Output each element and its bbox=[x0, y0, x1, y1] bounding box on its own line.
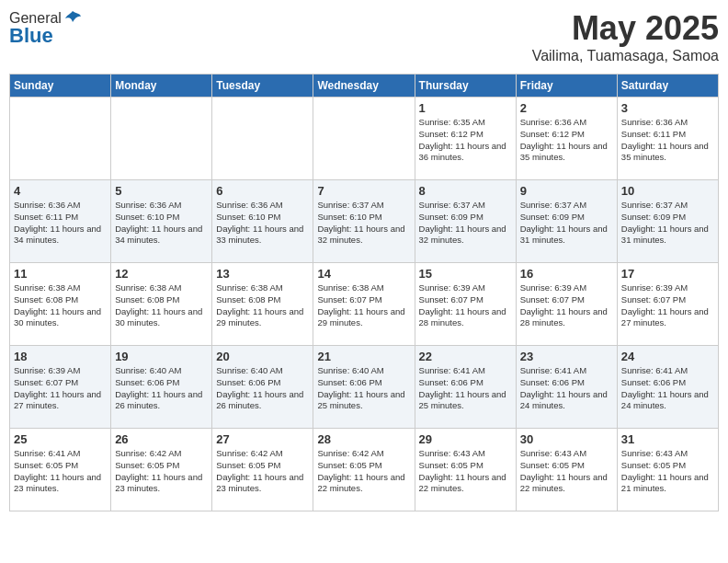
day-number: 12 bbox=[115, 267, 208, 281]
day-info: Sunrise: 6:41 AM Sunset: 6:06 PM Dayligh… bbox=[520, 365, 613, 412]
calendar-cell: 28Sunrise: 6:42 AM Sunset: 6:05 PM Dayli… bbox=[313, 429, 415, 511]
weekday-header-tuesday: Tuesday bbox=[212, 75, 313, 98]
calendar-cell: 9Sunrise: 6:37 AM Sunset: 6:09 PM Daylig… bbox=[516, 180, 617, 263]
weekday-header-wednesday: Wednesday bbox=[313, 75, 415, 98]
day-info: Sunrise: 6:42 AM Sunset: 6:05 PM Dayligh… bbox=[115, 448, 208, 495]
day-info: Sunrise: 6:40 AM Sunset: 6:06 PM Dayligh… bbox=[317, 365, 410, 412]
calendar-cell: 12Sunrise: 6:38 AM Sunset: 6:08 PM Dayli… bbox=[111, 263, 212, 346]
day-number: 25 bbox=[14, 432, 107, 446]
day-number: 9 bbox=[520, 184, 613, 198]
day-info: Sunrise: 6:39 AM Sunset: 6:07 PM Dayligh… bbox=[14, 365, 107, 412]
day-number: 17 bbox=[621, 267, 714, 281]
title-block: May 2025 Vailima, Tuamasaga, Samoa bbox=[532, 9, 719, 64]
weekday-header-row: SundayMondayTuesdayWednesdayThursdayFrid… bbox=[10, 75, 719, 98]
day-number: 13 bbox=[216, 267, 309, 281]
calendar-cell: 19Sunrise: 6:40 AM Sunset: 6:06 PM Dayli… bbox=[111, 346, 212, 429]
calendar-cell: 2Sunrise: 6:36 AM Sunset: 6:12 PM Daylig… bbox=[516, 98, 617, 180]
day-number: 7 bbox=[317, 184, 410, 198]
calendar-cell: 10Sunrise: 6:37 AM Sunset: 6:09 PM Dayli… bbox=[617, 180, 718, 263]
calendar-cell: 14Sunrise: 6:38 AM Sunset: 6:07 PM Dayli… bbox=[313, 263, 415, 346]
day-info: Sunrise: 6:36 AM Sunset: 6:11 PM Dayligh… bbox=[14, 200, 107, 247]
day-number: 23 bbox=[520, 350, 613, 363]
weekday-header-thursday: Thursday bbox=[415, 75, 516, 98]
day-number: 14 bbox=[317, 267, 410, 281]
day-info: Sunrise: 6:38 AM Sunset: 6:07 PM Dayligh… bbox=[317, 282, 410, 329]
calendar-cell: 15Sunrise: 6:39 AM Sunset: 6:07 PM Dayli… bbox=[415, 263, 516, 346]
calendar-cell: 31Sunrise: 6:43 AM Sunset: 6:05 PM Dayli… bbox=[617, 429, 718, 511]
day-info: Sunrise: 6:36 AM Sunset: 6:10 PM Dayligh… bbox=[115, 200, 208, 247]
logo: General Blue bbox=[9, 9, 82, 48]
day-number: 24 bbox=[621, 350, 714, 363]
day-info: Sunrise: 6:37 AM Sunset: 6:09 PM Dayligh… bbox=[621, 200, 714, 247]
calendar-cell: 1Sunrise: 6:35 AM Sunset: 6:12 PM Daylig… bbox=[415, 98, 516, 180]
day-number: 30 bbox=[520, 432, 613, 446]
day-info: Sunrise: 6:36 AM Sunset: 6:10 PM Dayligh… bbox=[216, 200, 309, 247]
day-info: Sunrise: 6:43 AM Sunset: 6:05 PM Dayligh… bbox=[419, 448, 512, 495]
day-info: Sunrise: 6:37 AM Sunset: 6:09 PM Dayligh… bbox=[419, 200, 512, 247]
day-info: Sunrise: 6:41 AM Sunset: 6:06 PM Dayligh… bbox=[419, 365, 512, 412]
day-info: Sunrise: 6:35 AM Sunset: 6:12 PM Dayligh… bbox=[419, 117, 512, 164]
day-number: 31 bbox=[621, 432, 714, 446]
calendar-cell bbox=[111, 98, 212, 180]
calendar-cell: 26Sunrise: 6:42 AM Sunset: 6:05 PM Dayli… bbox=[111, 429, 212, 511]
calendar-cell: 25Sunrise: 6:41 AM Sunset: 6:05 PM Dayli… bbox=[10, 429, 111, 511]
day-info: Sunrise: 6:39 AM Sunset: 6:07 PM Dayligh… bbox=[419, 282, 512, 329]
page-header: General Blue May 2025 Vailima, Tuamasaga… bbox=[9, 9, 719, 64]
day-number: 19 bbox=[115, 350, 208, 363]
calendar-cell: 7Sunrise: 6:37 AM Sunset: 6:10 PM Daylig… bbox=[313, 180, 415, 263]
day-info: Sunrise: 6:36 AM Sunset: 6:11 PM Dayligh… bbox=[621, 117, 714, 164]
calendar-week-row: 4Sunrise: 6:36 AM Sunset: 6:11 PM Daylig… bbox=[10, 180, 719, 263]
calendar-cell: 21Sunrise: 6:40 AM Sunset: 6:06 PM Dayli… bbox=[313, 346, 415, 429]
calendar-cell: 3Sunrise: 6:36 AM Sunset: 6:11 PM Daylig… bbox=[617, 98, 718, 180]
day-info: Sunrise: 6:40 AM Sunset: 6:06 PM Dayligh… bbox=[115, 365, 208, 412]
day-info: Sunrise: 6:41 AM Sunset: 6:06 PM Dayligh… bbox=[621, 365, 714, 412]
calendar-cell: 20Sunrise: 6:40 AM Sunset: 6:06 PM Dayli… bbox=[212, 346, 313, 429]
calendar-cell bbox=[10, 98, 111, 180]
day-info: Sunrise: 6:36 AM Sunset: 6:12 PM Dayligh… bbox=[520, 117, 613, 164]
calendar-cell: 23Sunrise: 6:41 AM Sunset: 6:06 PM Dayli… bbox=[516, 346, 617, 429]
day-number: 16 bbox=[520, 267, 613, 281]
day-info: Sunrise: 6:42 AM Sunset: 6:05 PM Dayligh… bbox=[216, 448, 309, 495]
calendar-cell: 30Sunrise: 6:43 AM Sunset: 6:05 PM Dayli… bbox=[516, 429, 617, 511]
location-subtitle: Vailima, Tuamasaga, Samoa bbox=[532, 48, 719, 64]
day-number: 5 bbox=[115, 184, 208, 198]
day-info: Sunrise: 6:43 AM Sunset: 6:05 PM Dayligh… bbox=[621, 448, 714, 495]
day-info: Sunrise: 6:43 AM Sunset: 6:05 PM Dayligh… bbox=[520, 448, 613, 495]
calendar-cell: 13Sunrise: 6:38 AM Sunset: 6:08 PM Dayli… bbox=[212, 263, 313, 346]
day-number: 18 bbox=[14, 350, 107, 363]
day-info: Sunrise: 6:38 AM Sunset: 6:08 PM Dayligh… bbox=[115, 282, 208, 329]
month-year-title: May 2025 bbox=[532, 9, 719, 48]
calendar-cell: 8Sunrise: 6:37 AM Sunset: 6:09 PM Daylig… bbox=[415, 180, 516, 263]
day-number: 29 bbox=[419, 432, 512, 446]
calendar-cell: 4Sunrise: 6:36 AM Sunset: 6:11 PM Daylig… bbox=[10, 180, 111, 263]
calendar-cell: 17Sunrise: 6:39 AM Sunset: 6:07 PM Dayli… bbox=[617, 263, 718, 346]
day-number: 4 bbox=[14, 184, 107, 198]
day-info: Sunrise: 6:38 AM Sunset: 6:08 PM Dayligh… bbox=[14, 282, 107, 329]
day-number: 22 bbox=[419, 350, 512, 363]
day-number: 15 bbox=[419, 267, 512, 281]
calendar-cell bbox=[212, 98, 313, 180]
calendar-cell: 27Sunrise: 6:42 AM Sunset: 6:05 PM Dayli… bbox=[212, 429, 313, 511]
day-info: Sunrise: 6:40 AM Sunset: 6:06 PM Dayligh… bbox=[216, 365, 309, 412]
day-number: 26 bbox=[115, 432, 208, 446]
day-number: 1 bbox=[419, 101, 512, 115]
logo-blue: Blue bbox=[9, 24, 53, 48]
day-number: 28 bbox=[317, 432, 410, 446]
calendar-cell: 11Sunrise: 6:38 AM Sunset: 6:08 PM Dayli… bbox=[10, 263, 111, 346]
day-number: 27 bbox=[216, 432, 309, 446]
calendar-cell: 6Sunrise: 6:36 AM Sunset: 6:10 PM Daylig… bbox=[212, 180, 313, 263]
calendar-cell: 24Sunrise: 6:41 AM Sunset: 6:06 PM Dayli… bbox=[617, 346, 718, 429]
calendar-week-row: 25Sunrise: 6:41 AM Sunset: 6:05 PM Dayli… bbox=[10, 429, 719, 511]
day-number: 2 bbox=[520, 101, 613, 115]
weekday-header-friday: Friday bbox=[516, 75, 617, 98]
calendar-cell: 5Sunrise: 6:36 AM Sunset: 6:10 PM Daylig… bbox=[111, 180, 212, 263]
day-number: 10 bbox=[621, 184, 714, 198]
calendar-week-row: 11Sunrise: 6:38 AM Sunset: 6:08 PM Dayli… bbox=[10, 263, 719, 346]
day-info: Sunrise: 6:42 AM Sunset: 6:05 PM Dayligh… bbox=[317, 448, 410, 495]
weekday-header-sunday: Sunday bbox=[10, 75, 111, 98]
day-number: 20 bbox=[216, 350, 309, 363]
logo-bird-icon bbox=[63, 9, 82, 28]
calendar-cell bbox=[313, 98, 415, 180]
day-number: 3 bbox=[621, 101, 714, 115]
day-info: Sunrise: 6:41 AM Sunset: 6:05 PM Dayligh… bbox=[14, 448, 107, 495]
